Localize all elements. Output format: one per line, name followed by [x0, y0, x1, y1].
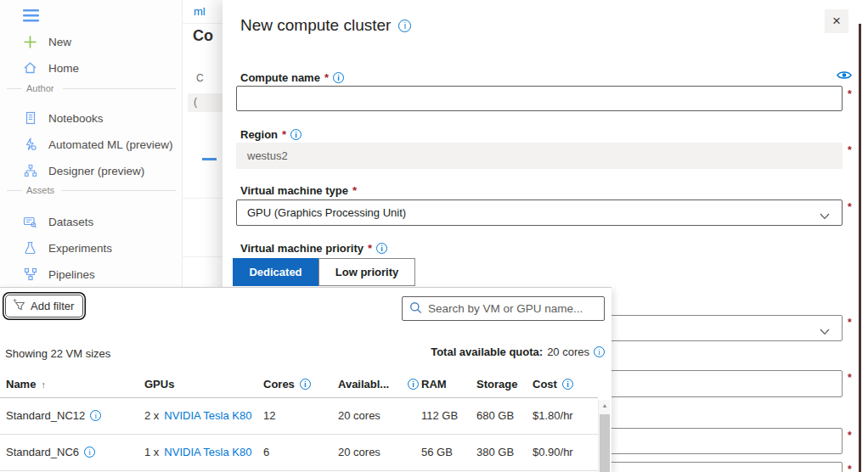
sidebar-item-label: Automated ML (preview) — [48, 138, 173, 151]
gpu-link[interactable]: NVIDIA Tesla K80 — [164, 409, 251, 422]
add-filter-icon — [12, 298, 26, 314]
column-header-name[interactable]: Name↑ — [6, 378, 46, 391]
priority-low-button[interactable]: Low priority — [318, 258, 415, 286]
required-marker: * — [848, 88, 852, 100]
column-header-storage[interactable]: Storage — [476, 378, 517, 391]
column-header-cost[interactable]: Costi — [533, 378, 573, 391]
window-edge — [859, 24, 861, 472]
vm-size-picker-popup: Add filter Showing 22 VM sizes Total ava… — [0, 287, 612, 472]
info-icon[interactable]: i — [333, 72, 344, 83]
vm-cost: $0.90/hr — [533, 446, 573, 458]
showing-count-text: Showing 22 VM sizes — [5, 347, 110, 360]
column-header-ram[interactable]: RAM — [421, 378, 447, 391]
vm-name: Standard_NC6i — [6, 446, 95, 458]
info-icon[interactable]: i — [84, 447, 95, 458]
info-icon[interactable]: i — [408, 379, 419, 390]
info-icon[interactable]: i — [290, 129, 302, 140]
lightning-icon — [23, 138, 37, 152]
required-marker: * — [848, 317, 852, 329]
vm-storage: 380 GB — [476, 446, 514, 458]
required-marker: * — [848, 372, 852, 384]
sidebar-item-designer[interactable]: Designer (preview) — [0, 158, 183, 183]
sidebar-item-label: Home — [48, 62, 79, 75]
priority-dedicated-button[interactable]: Dedicated — [233, 258, 318, 286]
vm-cores: 12 — [263, 409, 275, 422]
sidebar-item-label: Notebooks — [48, 112, 104, 125]
add-filter-button[interactable]: Add filter — [5, 295, 83, 317]
notebook-icon — [23, 111, 37, 126]
search-input[interactable] — [428, 302, 597, 315]
vm-priority-label: Virtual machine priority — [240, 242, 364, 255]
sidebar-section-author: Author — [26, 83, 54, 93]
quota-label: Total available quota: — [431, 346, 543, 358]
vm-gpus: 2 xNVIDIA Tesla K80 — [144, 409, 251, 422]
sidebar-item-automated-ml[interactable]: Automated ML (preview) — [0, 132, 183, 157]
add-filter-label: Add filter — [31, 300, 74, 312]
vm-ram: 56 GB — [421, 446, 453, 458]
vm-available: 20 cores — [338, 409, 380, 422]
compute-name-input[interactable] — [236, 86, 843, 111]
info-icon[interactable]: i — [594, 346, 605, 357]
pipeline-icon — [23, 267, 37, 282]
sidebar-item-label: Pipelines — [48, 268, 95, 281]
region-field: westus2 — [236, 143, 843, 169]
table-scrollbar[interactable]: ▲ — [598, 400, 610, 472]
breadcrumb[interactable]: ml — [194, 5, 206, 18]
compute-name-label: Compute name — [240, 71, 320, 84]
home-icon — [23, 61, 37, 76]
vm-name: Standard_NC12i — [6, 409, 101, 422]
sidebar-item-pipelines[interactable]: Pipelines — [0, 261, 183, 287]
chevron-down-icon — [820, 210, 830, 222]
sidebar-item-experiments[interactable]: Experiments — [0, 235, 183, 261]
vm-gpus: 1 xNVIDIA Tesla K80 — [144, 446, 251, 458]
background-text: C — [196, 72, 204, 84]
info-icon[interactable]: i — [398, 20, 411, 32]
column-header-gpus[interactable]: GPUs — [144, 378, 174, 391]
sidebar-item-datasets[interactable]: Datasets — [0, 209, 183, 234]
info-icon[interactable]: i — [90, 410, 101, 421]
plus-icon — [23, 35, 37, 49]
vm-available: 20 cores — [338, 446, 380, 458]
panel-title: New compute cluster — [240, 16, 391, 35]
column-header-available[interactable]: Availabl...i — [338, 378, 419, 391]
hamburger-menu-icon[interactable] — [23, 9, 39, 25]
sidebar-section-assets: Assets — [26, 185, 54, 195]
sort-ascending-icon: ↑ — [41, 379, 46, 390]
info-icon[interactable]: i — [300, 379, 311, 390]
sidebar-item-label: Datasets — [48, 216, 93, 228]
vm-cores: 6 — [263, 446, 269, 458]
gpu-link[interactable]: NVIDIA Tesla K80 — [164, 446, 251, 458]
sidebar-item-label: New — [48, 36, 71, 48]
info-icon[interactable]: i — [376, 243, 387, 254]
table-row[interactable]: Standard_NC12i 2 xNVIDIA Tesla K80 12 20… — [0, 398, 598, 434]
sidebar-item-new[interactable]: New — [0, 29, 183, 54]
sidebar-item-label: Designer (preview) — [48, 165, 144, 177]
vm-type-value: GPU (Graphics Processing Unit) — [247, 206, 406, 219]
page-title: Co — [193, 27, 213, 45]
vm-cost: $1.80/hr — [533, 409, 573, 422]
org-chart-icon — [23, 164, 37, 178]
sidebar-item-label: Experiments — [48, 242, 112, 255]
close-icon[interactable]: × — [825, 9, 848, 33]
required-marker: * — [848, 201, 852, 213]
region-label: Region — [240, 128, 278, 141]
required-marker: * — [848, 144, 852, 156]
vm-type-dropdown[interactable]: GPU (Graphics Processing Unit) — [236, 199, 843, 226]
chevron-down-icon — [820, 325, 830, 338]
search-icon — [409, 301, 422, 317]
vm-ram: 112 GB — [421, 409, 458, 422]
info-icon[interactable]: i — [562, 379, 573, 390]
vm-type-label: Virtual machine type — [240, 184, 348, 197]
background-pill: ( — [188, 93, 223, 112]
sidebar-item-home[interactable]: Home — [0, 55, 183, 81]
scroll-up-icon[interactable]: ▲ — [599, 402, 611, 408]
datasets-icon — [23, 215, 37, 229]
required-marker: * — [848, 464, 852, 472]
table-row[interactable]: Standard_NC6i 1 xNVIDIA Tesla K80 6 20 c… — [0, 435, 598, 470]
sidebar-item-notebooks[interactable]: Notebooks — [0, 105, 183, 131]
eye-icon[interactable] — [837, 70, 852, 83]
column-header-cores[interactable]: Coresi — [263, 378, 311, 391]
scrollbar-thumb[interactable] — [600, 414, 610, 472]
required-marker: * — [848, 430, 852, 441]
quota-value: 20 cores — [547, 346, 589, 358]
